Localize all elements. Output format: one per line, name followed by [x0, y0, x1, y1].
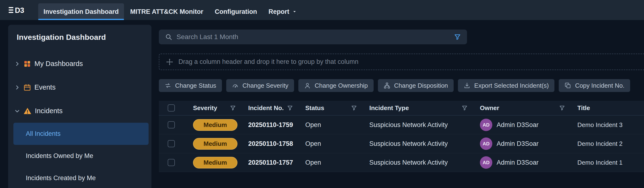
- sidebar-item-events[interactable]: Events: [8, 76, 152, 99]
- copy-incident-no-button[interactable]: Copy Incident No.: [559, 79, 630, 92]
- tab-investigation-dashboard[interactable]: Investigation Dashboard: [38, 3, 124, 20]
- group-by-text: Drag a column header and drop it here to…: [178, 58, 358, 66]
- change-disposition-button[interactable]: Change Disposition: [378, 79, 454, 92]
- chevron-down-icon: [14, 108, 20, 114]
- change-status-button[interactable]: Change Status: [159, 79, 222, 92]
- d3-soar-app: D3 Investigation Dashboard MITRE ATT&CK …: [0, 0, 644, 188]
- column-header-severity[interactable]: Severity: [184, 101, 239, 115]
- tab-label: Report: [268, 8, 289, 15]
- change-ownership-button[interactable]: Change Ownership: [298, 79, 374, 92]
- select-all-checkbox[interactable]: [168, 104, 175, 111]
- status-cell: Open: [296, 140, 360, 148]
- sidebar-subitem-label: Incidents Owned by Me: [26, 152, 93, 160]
- group-by-drop-zone[interactable]: Drag a column header and drop it here to…: [159, 54, 644, 70]
- sidebar-subitem-label: All Incidents: [26, 130, 61, 137]
- severity-filter-icon[interactable]: [230, 105, 236, 111]
- table-row[interactable]: Medium 20250110-1759 Open Suspicious Net…: [159, 115, 644, 134]
- title-cell: Demo Incident 2: [568, 140, 644, 148]
- row-checkbox-cell: [159, 159, 184, 166]
- sidebar: Investigation Dashboard My Dashboards: [8, 25, 152, 188]
- chevron-right-icon: [14, 61, 20, 67]
- sidebar-item-label: My Dashboards: [34, 60, 83, 68]
- row-checkbox-cell: [159, 121, 184, 128]
- caret-down-icon: [292, 9, 297, 14]
- svg-text:D3: D3: [15, 6, 24, 14]
- sidebar-item-my-dashboards[interactable]: My Dashboards: [8, 52, 152, 76]
- owner-name: Admin D3Soar: [496, 159, 539, 166]
- row-checkbox[interactable]: [168, 121, 175, 128]
- severity-cell: Medium: [184, 119, 239, 131]
- dashboard-grid-icon: [24, 60, 31, 68]
- status-filter-icon[interactable]: [351, 105, 357, 111]
- sidebar-item-label: Incidents: [35, 107, 62, 115]
- incident-type-cell: Suspicious Network Activity: [360, 159, 470, 166]
- main-content: Drag a column header and drop it here to…: [159, 25, 644, 188]
- avatar: AD: [480, 119, 492, 131]
- sidebar-subitem-label: Incidents Created by Me: [26, 175, 96, 182]
- title-cell: Demo Incident 3: [568, 121, 644, 129]
- severity-cell: Medium: [184, 157, 239, 169]
- chevron-right-icon: [14, 85, 20, 90]
- owner-cell: AD Admin D3Soar: [470, 156, 568, 169]
- sidebar-item-incidents[interactable]: Incidents: [8, 99, 152, 123]
- sidebar-title: Investigation Dashboard: [8, 32, 152, 42]
- row-checkbox[interactable]: [168, 140, 175, 147]
- column-header-incident-type[interactable]: Incident Type: [360, 101, 470, 115]
- search-bar: [159, 29, 467, 44]
- owner-cell: AD Admin D3Soar: [470, 119, 568, 131]
- avatar: AD: [480, 156, 492, 169]
- status-cell: Open: [296, 121, 360, 129]
- sidebar-subitem-incidents-owned-by-me[interactable]: Incidents Owned by Me: [8, 145, 152, 167]
- incident-no-cell[interactable]: 20250110-1758: [239, 140, 296, 148]
- incident-no-filter-icon[interactable]: [287, 105, 293, 111]
- change-disposition-icon: [384, 82, 390, 89]
- column-header-status[interactable]: Status: [296, 101, 360, 115]
- avatar: AD: [480, 137, 492, 150]
- button-label: Change Ownership: [314, 82, 368, 89]
- sidebar-subitem-incidents-created-by-me[interactable]: Incidents Created by Me: [8, 167, 152, 188]
- nav-tabs: Investigation Dashboard MITRE ATT&CK Mon…: [38, 0, 302, 20]
- button-label: Change Status: [175, 82, 216, 89]
- column-header-incident-no[interactable]: Incident No.: [239, 101, 296, 115]
- change-severity-button[interactable]: Change Severity: [226, 79, 294, 92]
- copy-icon: [564, 82, 571, 89]
- incident-no-cell[interactable]: 20250110-1759: [239, 121, 296, 129]
- search-input[interactable]: [176, 33, 450, 41]
- button-label: Export Selected Incident(s): [474, 82, 549, 89]
- tab-configuration[interactable]: Configuration: [210, 3, 262, 20]
- search-icon: [165, 33, 172, 40]
- sidebar-tree: My Dashboards Events: [8, 52, 152, 188]
- table-header-row: Severity Incident No. Status Incident Ty…: [159, 101, 644, 115]
- calendar-icon: [24, 84, 31, 91]
- owner-filter-icon[interactable]: [559, 105, 565, 111]
- tab-mitre-attck-monitor[interactable]: MITRE ATT&CK Monitor: [125, 3, 208, 20]
- move-icon: [166, 58, 173, 66]
- title-cell: Demo Incident 1: [568, 159, 644, 166]
- bulk-action-toolbar: Change Status Change Severity Change Own…: [159, 79, 630, 92]
- tab-label: Configuration: [215, 8, 257, 15]
- incidents-table: Severity Incident No. Status Incident Ty…: [159, 101, 644, 188]
- incident-no-cell[interactable]: 20250110-1757: [239, 159, 296, 166]
- severity-badge: Medium: [193, 119, 238, 131]
- incident-type-filter-icon[interactable]: [462, 105, 468, 111]
- export-icon: [464, 82, 470, 89]
- tab-report[interactable]: Report: [263, 3, 302, 20]
- change-ownership-icon: [304, 82, 311, 89]
- owner-cell: AD Admin D3Soar: [470, 137, 568, 150]
- column-header-owner[interactable]: Owner: [470, 101, 568, 115]
- column-header-title[interactable]: Title: [568, 101, 644, 115]
- column-label: Title: [577, 104, 590, 112]
- button-label: Copy Incident No.: [575, 82, 624, 89]
- top-nav-bar: D3 Investigation Dashboard MITRE ATT&CK …: [0, 0, 644, 20]
- tab-label: MITRE ATT&CK Monitor: [130, 8, 203, 15]
- column-label: Owner: [480, 104, 499, 112]
- search-filter-icon[interactable]: [454, 34, 461, 40]
- row-checkbox[interactable]: [168, 159, 175, 166]
- sidebar-subitem-all-incidents[interactable]: All Incidents: [14, 123, 148, 145]
- export-selected-incidents-button[interactable]: Export Selected Incident(s): [458, 79, 554, 92]
- table-row[interactable]: Medium 20250110-1757 Open Suspicious Net…: [159, 153, 644, 172]
- button-label: Change Severity: [242, 82, 288, 89]
- sidebar-item-label: Events: [34, 83, 56, 91]
- owner-name: Admin D3Soar: [496, 121, 539, 129]
- table-row[interactable]: Medium 20250110-1758 Open Suspicious Net…: [159, 134, 644, 153]
